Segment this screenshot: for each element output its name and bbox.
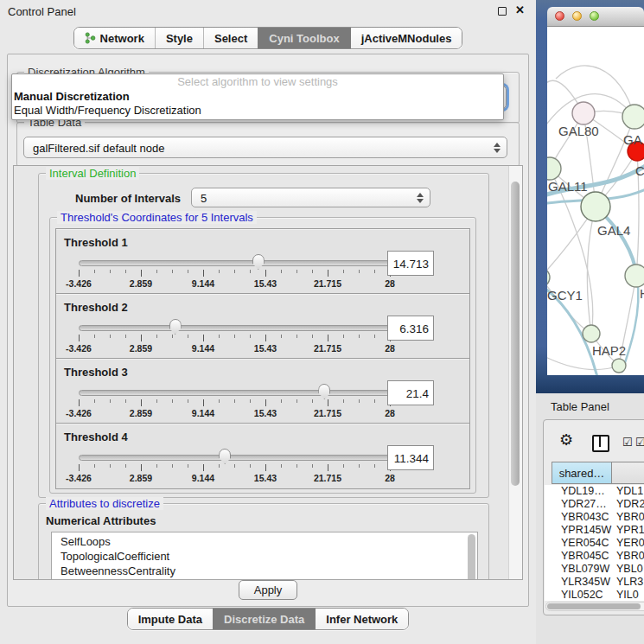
network-window-frame: GAL80GACGAL11GAL4GCY1HHAP2	[536, 0, 644, 393]
popup-item-manual-discretization[interactable]: Manual Discretization	[12, 90, 503, 104]
popup-item-equal-width-frequency[interactable]: Equal Width/Frequency Discretization	[12, 104, 503, 118]
column-layout-icon[interactable]	[592, 435, 609, 452]
network-node[interactable]	[625, 265, 644, 287]
cyni-toolbox-panel: Discretization Algorithm Select algorith…	[7, 54, 529, 607]
group-title: Interval Definition	[46, 167, 139, 180]
network-icon	[85, 32, 96, 44]
apply-button[interactable]: Apply	[239, 580, 297, 600]
horizontal-scrollbar[interactable]	[545, 602, 644, 611]
table-body: YDL19…YDL1YDR27…YDR2YBR043CYBR0YPR145WYP…	[545, 485, 644, 601]
threshold-3-panel: Threshold 3 -3.4262.8599.14415.4321.7152…	[56, 359, 469, 424]
table-panel: Table Panel ⚙ ☑ ☑ shared… na YDL19…YDL1Y…	[536, 393, 644, 644]
threshold-value-field[interactable]: 21.4	[387, 380, 434, 405]
network-node-label: H	[640, 286, 644, 301]
tab-style[interactable]: Style	[155, 28, 203, 48]
column-header-shared-name[interactable]: shared…	[552, 462, 612, 484]
slider-ticks	[79, 464, 390, 471]
combo-steppers-icon	[417, 193, 424, 203]
slider-thumb[interactable]	[318, 384, 330, 399]
table-row[interactable]: YER054CYER0	[545, 537, 644, 550]
network-node[interactable]	[612, 359, 626, 373]
network-node-label: GCY1	[547, 288, 583, 303]
node-table: ⚙ ☑ ☑ shared… na YDL19…YDL1YDR27…YDR2YBR…	[543, 419, 644, 615]
table-row[interactable]: YLR345WYLR3	[545, 576, 644, 589]
threshold-2-panel: Threshold 2 -3.4262.8599.14415.4321.7152…	[56, 294, 469, 359]
tab-cyni-toolbox[interactable]: Cyni Toolbox	[258, 28, 349, 48]
number-of-intervals-label: Number of Intervals	[75, 192, 181, 205]
slider-track[interactable]	[79, 390, 392, 396]
group-title: Threshold's Coordinates for 5 Intervals	[57, 211, 257, 224]
network-node[interactable]	[622, 105, 644, 129]
tab-impute-data[interactable]: Impute Data	[128, 609, 213, 629]
network-node[interactable]	[581, 192, 610, 221]
tab-infer-network[interactable]: Infer Network	[315, 609, 408, 629]
settings-scrollpane: Interval Definition Number of Intervals …	[13, 165, 523, 580]
tab-jactivemnodules[interactable]: jActiveMNodules	[350, 28, 462, 48]
network-node[interactable]	[547, 268, 550, 287]
table-row[interactable]: YDR27…YDR2	[545, 498, 644, 511]
top-tabbar: Network Style Select Cyni Toolbox jActiv…	[0, 27, 536, 49]
attribute-item[interactable]: SelfLoops	[61, 534, 477, 549]
numerical-attributes-label: Numerical Attributes	[46, 514, 156, 527]
threshold-3-slider[interactable]: -3.4262.8599.14415.4321.71528	[79, 386, 390, 419]
minimize-traffic-light-icon[interactable]	[572, 11, 582, 21]
attributes-to-discretize-group: Attributes to discretize Numerical Attri…	[38, 503, 489, 580]
slider-track[interactable]	[79, 455, 392, 461]
thresholds-group: Threshold's Coordinates for 5 Intervals …	[49, 217, 476, 494]
float-window-icon[interactable]	[498, 7, 507, 16]
network-canvas[interactable]: GAL80GACGAL11GAL4GCY1HHAP2	[547, 27, 644, 375]
table-row[interactable]: YBL079WYBL0	[545, 563, 644, 576]
table-row[interactable]: YDL19…YDL1	[545, 485, 644, 498]
threshold-4-panel: Threshold 4 -3.4262.8599.14415.4321.7152…	[56, 424, 469, 488]
scrollbar-thumb[interactable]	[547, 603, 641, 609]
checkbox-icon[interactable]: ☑	[622, 436, 633, 449]
table-row[interactable]: YIL052CYIL0	[545, 589, 644, 601]
vertical-scrollbar[interactable]	[508, 166, 522, 579]
interval-definition-group: Interval Definition Number of Intervals …	[38, 173, 489, 498]
numerical-attributes-list[interactable]: SelfLoopsTopologicalCoefficientBetweenne…	[51, 532, 478, 580]
network-node[interactable]	[583, 325, 600, 342]
algorithm-dropdown-popup: Select algorithm to view settings Manual…	[11, 73, 504, 120]
slider-scale: -3.4262.8599.14415.4321.71528	[79, 408, 390, 418]
threshold-2-slider[interactable]: -3.4262.8599.14415.4321.71528	[79, 322, 390, 354]
tab-select[interactable]: Select	[203, 28, 258, 48]
threshold-1-slider[interactable]: -3.4262.8599.14415.4321.71528	[79, 257, 390, 290]
network-node-label: GAL80	[558, 124, 599, 138]
threshold-4-slider[interactable]: -3.4262.8599.14415.4321.71528	[79, 451, 390, 484]
slider-scale: -3.4262.8599.14415.4321.71528	[79, 278, 390, 289]
threshold-label: Threshold 3	[64, 366, 128, 379]
slider-thumb[interactable]	[169, 319, 182, 335]
network-node[interactable]	[572, 102, 595, 124]
close-icon[interactable]: ✕	[515, 3, 525, 16]
zoom-traffic-light-icon[interactable]	[590, 11, 599, 21]
number-of-intervals-combobox[interactable]: 5	[191, 188, 430, 207]
network-window-titlebar[interactable]	[547, 7, 644, 27]
table-data-combobox[interactable]: galFiltered.sif default node	[23, 137, 507, 158]
tab-network[interactable]: Network	[74, 28, 155, 48]
table-row[interactable]: YBR043CYBR0	[545, 511, 644, 524]
threshold-value-field[interactable]: 14.713	[387, 251, 434, 276]
slider-track[interactable]	[79, 260, 392, 266]
tab-label: Network	[100, 32, 144, 45]
slider-thumb[interactable]	[219, 449, 231, 464]
table-data-group: Table Data galFiltered.sif default node	[16, 122, 520, 167]
slider-scale: -3.4262.8599.14415.4321.71528	[79, 473, 390, 483]
attribute-item[interactable]: TopologicalCoefficient	[61, 549, 477, 564]
attribute-item[interactable]: BetweennessCentrality	[61, 564, 477, 578]
table-row[interactable]: YPR145WYPR1	[545, 524, 644, 537]
threshold-value-field[interactable]: 11.344	[387, 445, 434, 470]
list-scrollbar[interactable]	[468, 534, 475, 580]
column-header-name[interactable]: na	[611, 462, 644, 484]
network-node-label: GA	[623, 132, 642, 147]
table-panel-title: Table Panel	[551, 400, 609, 413]
threshold-value-field[interactable]: 6.316	[387, 316, 434, 341]
network-graph	[547, 27, 644, 375]
slider-track[interactable]	[79, 325, 392, 331]
scrollbar-thumb[interactable]	[511, 182, 520, 486]
checkbox-icon[interactable]: ☑	[635, 436, 644, 449]
slider-thumb[interactable]	[252, 254, 265, 270]
table-row[interactable]: YBR045CYBR0	[545, 550, 644, 563]
close-traffic-light-icon[interactable]	[555, 11, 564, 21]
tab-discretize-data[interactable]: Discretize Data	[213, 609, 315, 629]
gear-icon[interactable]: ⚙	[559, 430, 573, 450]
